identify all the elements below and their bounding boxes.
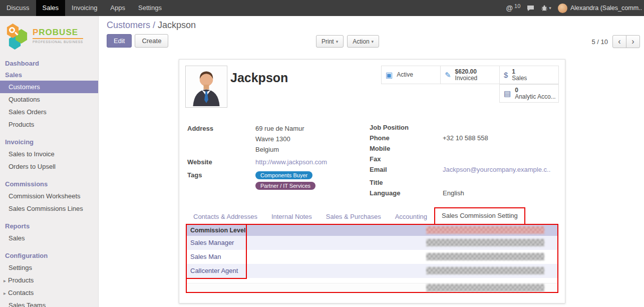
tags-label: Tags	[187, 171, 255, 192]
table-row-sales-man[interactable]: Sales Man	[187, 250, 557, 264]
tag-components-buyer[interactable]: Components Buyer	[255, 171, 312, 179]
at-mention-icon: @	[506, 4, 513, 12]
menu-apps[interactable]: Apps	[104, 0, 132, 16]
language-field: Language English	[370, 189, 559, 198]
sidebar-item-orders-to-upsell[interactable]: Orders to Upsell	[0, 160, 98, 173]
mentions-counter[interactable]: @ 10	[506, 4, 520, 12]
sidebar-item-sales-commissions-lines[interactable]: Sales Commissions Lines	[0, 202, 98, 215]
sidebar-section-reports[interactable]: Reports	[0, 220, 98, 232]
ledger-book-icon: ▤	[504, 89, 511, 98]
address-label: Address	[187, 125, 255, 156]
menu-sales[interactable]: Sales	[36, 0, 66, 16]
right-field-group: Job Position Phone +32 10 588 558 Mobile…	[370, 124, 559, 200]
stat-value: 0	[515, 87, 555, 94]
sidebar-item-label: Contacts	[8, 289, 34, 296]
pager-count: 5 / 10	[591, 38, 608, 46]
sidebar-section-configuration[interactable]: Configuration	[0, 250, 98, 261]
email-label: Email	[370, 166, 443, 174]
sidebar-item-label: Products	[8, 276, 34, 284]
sidebar-item-config-products[interactable]: ▸Products	[0, 274, 98, 286]
user-menu[interactable]: Alexandra (Sales_comm..	[558, 4, 642, 13]
table-row-sales-manager[interactable]: Sales Manager	[187, 236, 557, 250]
redacted-cell	[426, 253, 544, 260]
table-row-callcenter-agent[interactable]: Callcenter Agent	[187, 264, 557, 278]
sidebar-item-config-contacts[interactable]: ▸Contacts	[0, 286, 98, 299]
sidebar: PROBUSE PROFESSIONAL BUSINESS Dashboard …	[0, 16, 99, 307]
active-toggle-icon: ▣	[386, 71, 393, 80]
language-label: Language	[370, 189, 443, 198]
sidebar-nav: Dashboard Sales Customers Quotations Sal…	[0, 54, 98, 307]
print-dropdown-button[interactable]: Print▾	[316, 35, 344, 48]
user-avatar	[558, 4, 567, 13]
analytic-accounts-stat-button[interactable]: ▤ 0Analytic Acco...	[499, 84, 559, 103]
tab-accounting[interactable]: Accounting	[388, 209, 434, 224]
sales-stat-button[interactable]: $ 1Sales	[499, 66, 559, 84]
sidebar-item-settings[interactable]: Settings	[0, 261, 98, 274]
logo-wordmark: PROBUSE	[33, 28, 83, 37]
breadcrumb: Customers/Jackpson	[107, 20, 196, 31]
tags-value: Components Buyer Partner / IT Services	[255, 171, 317, 192]
tab-internal-notes[interactable]: Internal Notes	[264, 209, 319, 224]
form-buttons: Edit Create	[107, 34, 168, 48]
customer-name-title: Jackpson	[230, 71, 288, 85]
stat-label: Sales	[512, 75, 527, 82]
stat-row-2: ▤ 0Analytic Acco...	[380, 84, 559, 103]
sidebar-item-sales-to-invoice[interactable]: Sales to Invoice	[0, 148, 98, 160]
menu-invoicing[interactable]: Invoicing	[65, 0, 104, 16]
logo-text: PROBUSE PROFESSIONAL BUSINESS	[33, 28, 83, 45]
address-street: 69 rue de Namur	[255, 125, 304, 132]
table-empty-row	[187, 278, 557, 283]
sidebar-item-sales-teams[interactable]: Sales Teams	[0, 299, 98, 307]
logo-rest-letters: ROBUSE	[39, 28, 78, 37]
sidebar-item-products[interactable]: Products	[0, 118, 98, 131]
active-stat-button[interactable]: ▣ Active	[381, 66, 441, 84]
tag-partner-it-services[interactable]: Partner / IT Services	[255, 182, 315, 190]
address-value: 69 rue de Namur Wavre 1300 Belgium	[255, 125, 304, 156]
sidebar-item-commission-worksheets[interactable]: Commission Worksheets	[0, 190, 98, 202]
email-link[interactable]: Jackpson@yourcompany.example.c..	[443, 166, 550, 174]
pager-next-button[interactable]: ›	[626, 35, 640, 48]
mobile-label: Mobile	[370, 145, 443, 153]
tab-contacts-addresses[interactable]: Contacts & Addresses	[186, 209, 264, 224]
tags-field: Tags Components Buyer Partner / IT Servi…	[187, 171, 362, 192]
menu-discuss[interactable]: Discuss	[0, 0, 36, 16]
notebook-tabs: Contacts & Addresses Internal Notes Sale…	[186, 207, 558, 225]
stat-row-1: ▣ Active ✎ $620.00Invoiced $ 1Sales	[380, 66, 559, 84]
sidebar-item-reports-sales[interactable]: Sales	[0, 232, 98, 244]
website-label: Website	[187, 158, 255, 167]
website-link[interactable]: http://www.jackpson.com	[255, 158, 327, 167]
probuse-logo: PROBUSE PROFESSIONAL BUSINESS	[0, 16, 98, 54]
action-dropdown-button[interactable]: Action▾	[347, 35, 379, 48]
tab-sales-purchases[interactable]: Sales & Purchases	[319, 209, 388, 224]
tab-sales-commission-setting[interactable]: Sales Commission Setting	[434, 207, 525, 225]
redacted-cell	[426, 284, 544, 291]
sidebar-section-commissions[interactable]: Commissions	[0, 178, 98, 190]
menu-settings[interactable]: Settings	[132, 0, 168, 16]
phone-field: Phone +32 10 588 558	[370, 134, 559, 143]
messages-icon[interactable]	[527, 5, 534, 12]
invoiced-stat-button[interactable]: ✎ $620.00Invoiced	[440, 66, 500, 84]
mention-count: 10	[514, 3, 520, 9]
caret-down-icon: ▾	[372, 39, 374, 44]
sidebar-item-customers[interactable]: Customers	[0, 81, 98, 93]
customer-photo[interactable]	[185, 66, 227, 108]
create-button[interactable]: Create	[135, 34, 168, 48]
stat-buttons: ▣ Active ✎ $620.00Invoiced $ 1Sales ▤ 0A…	[380, 66, 559, 103]
debug-icon[interactable]: ▾	[541, 5, 551, 11]
breadcrumb-customers-link[interactable]: Customers	[107, 20, 150, 30]
redacted-cell	[426, 239, 544, 246]
sidebar-item-sales-orders[interactable]: Sales Orders	[0, 106, 98, 118]
sidebar-section-invoicing[interactable]: Invoicing	[0, 136, 98, 148]
sidebar-section-sales[interactable]: Sales	[0, 69, 98, 81]
fax-label: Fax	[370, 155, 443, 164]
dollar-icon: $	[504, 71, 508, 79]
stat-label: Active	[397, 72, 413, 78]
logo-subtitle: PROFESSIONAL BUSINESS	[33, 38, 83, 44]
edit-button[interactable]: Edit	[107, 34, 132, 48]
sidebar-item-quotations[interactable]: Quotations	[0, 93, 98, 106]
pager-previous-button[interactable]: ‹	[612, 35, 626, 48]
sidebar-section-dashboard[interactable]: Dashboard	[0, 58, 98, 69]
top-navbar: Discuss Sales Invoicing Apps Settings @ …	[0, 0, 644, 16]
breadcrumb-separator: /	[153, 20, 155, 30]
stat-value: $620.00	[455, 69, 478, 75]
